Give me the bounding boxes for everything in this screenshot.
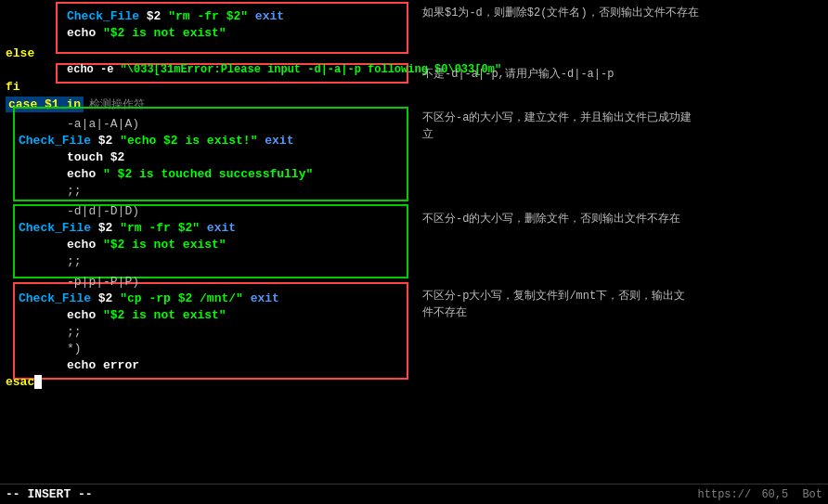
code-area[interactable]: Check_File $2 "rm -fr $2" exit echo "$2 … [0,0,828,484]
url-hint: https:// [698,488,752,501]
line-else: else [0,46,828,63]
annotation-top: 如果$1为-d，则删除$2(文件名)，否则输出文件不存在 [422,6,812,21]
editor-area: Check_File $2 "rm -fr $2" exit echo "$2 … [0,0,828,504]
case-detect-label: 检测操作符 [89,97,145,112]
line-esac: esac [0,375,828,392]
insert-mode-label: -- INSERT -- [6,487,93,501]
line-dsemi-1: ;; [0,184,828,200]
line-fi: fi [0,80,828,97]
line-echo-touched: echo " $2 is touched successfully" [0,167,828,184]
status-bar: -- INSERT -- https:// 60,5 Bot [0,484,828,504]
position-info: https:// 60,5 Bot [698,488,822,501]
line-2: echo "$2 is not exist" [0,26,828,43]
cursor [34,375,42,389]
annotation-case-p: 不区分-p大小写，复制文件到/mnt下，否则，输出文件不存在 [422,288,812,321]
annotation-case-a: 不区分-a的大小写，建立文件，并且输出文件已成功建立 [422,110,812,143]
position: 60,5 [761,488,788,501]
line-echo-not-exist2: echo "$2 is not exist" [0,238,828,254]
line-star-case: *) [0,342,828,358]
bot-label: Bot [802,488,822,501]
line-dsemi-3: ;; [0,325,828,342]
check-file-func: Check_File [67,9,139,23]
annotation-case-d: 不区分-d的大小写，删除文件，否则输出文件不存在 [422,212,812,227]
line-echo-error-default: echo error [0,358,828,375]
line-dsemi-2: ;; [0,254,828,271]
line-touch: touch $2 [0,150,828,167]
